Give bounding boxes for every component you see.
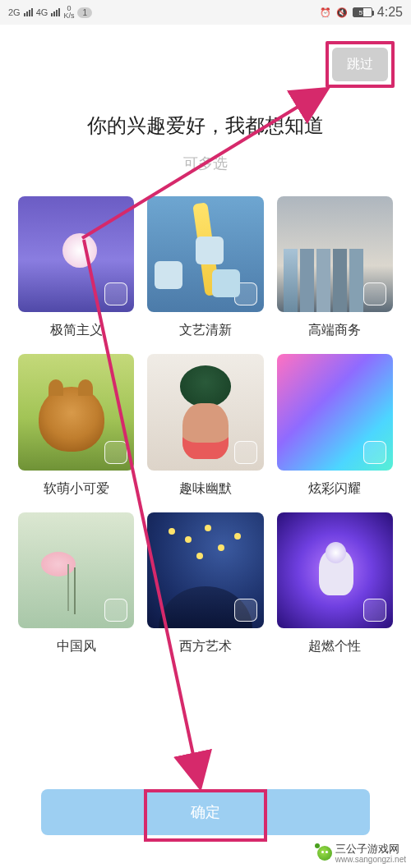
- card-label: 极简主义: [18, 322, 134, 339]
- alarm-icon: ⏰: [320, 7, 331, 18]
- interest-card-business[interactable]: 高端商务: [277, 196, 393, 339]
- network-2g-label: 2G: [8, 7, 21, 17]
- interest-card-western[interactable]: 西方艺术: [147, 512, 263, 655]
- watermark-brand: 三公子游戏网: [335, 843, 406, 855]
- thumbnail-fun: [147, 354, 263, 470]
- checkbox-icon[interactable]: [104, 441, 127, 464]
- card-label: 炫彩闪耀: [277, 480, 393, 498]
- network-4g-label: 4G: [36, 7, 48, 17]
- signal-bars-icon: [51, 8, 60, 16]
- card-label: 文艺清新: [147, 322, 263, 339]
- thumbnail-chinese: [18, 512, 134, 628]
- card-label: 西方艺术: [147, 638, 263, 655]
- card-label: 中国风: [18, 638, 134, 655]
- interest-card-colorful[interactable]: 炫彩闪耀: [277, 354, 393, 497]
- status-bar: 2G 4G 0 K/s 1 ⏰ 🔇 57 4:25: [0, 0, 411, 25]
- interest-card-fresh[interactable]: 文艺清新: [147, 196, 263, 339]
- page-subtitle: 可多选: [0, 154, 411, 173]
- card-label: 软萌小可爱: [18, 480, 134, 498]
- thumbnail-business: [277, 196, 393, 312]
- interest-card-chinese[interactable]: 中国风: [18, 512, 134, 655]
- thumbnail-colorful: [277, 354, 393, 470]
- annotation-highlight-skip: 跳过: [326, 41, 395, 88]
- bottom-bar: 确定: [0, 789, 411, 835]
- speed-unit: K/s: [63, 12, 74, 20]
- thumbnail-cute: [18, 354, 134, 470]
- skip-button[interactable]: 跳过: [332, 48, 388, 81]
- card-label: 超燃个性: [277, 638, 393, 655]
- interest-card-cute[interactable]: 软萌小可爱: [18, 354, 134, 497]
- watermark-logo-icon: [317, 846, 332, 861]
- checkbox-icon[interactable]: [104, 599, 127, 622]
- card-label: 高端商务: [277, 322, 393, 339]
- checkbox-icon[interactable]: [234, 599, 257, 622]
- battery-percent: 57: [353, 9, 372, 16]
- status-right: ⏰ 🔇 57 4:25: [320, 5, 403, 20]
- confirm-button[interactable]: 确定: [41, 789, 370, 835]
- checkbox-icon[interactable]: [363, 282, 386, 305]
- thumbnail-fresh: [147, 196, 263, 312]
- interest-grid: 极简主义 文艺清新 高端商务 软萌小可爱 趣味幽默 炫彩闪耀 中国风 西方艺术 …: [0, 173, 411, 655]
- checkbox-icon[interactable]: [363, 599, 386, 622]
- watermark-url: www.sangongzi.net: [335, 855, 406, 864]
- mute-icon: 🔇: [336, 7, 348, 18]
- thumbnail-minimal: [18, 196, 134, 312]
- checkbox-icon[interactable]: [234, 441, 257, 464]
- card-label: 趣味幽默: [147, 480, 263, 498]
- battery-icon: 57: [353, 7, 372, 17]
- thumbnail-space: [277, 512, 393, 628]
- checkbox-icon[interactable]: [234, 282, 257, 305]
- sim-badge: 1: [77, 7, 92, 18]
- interest-card-fun[interactable]: 趣味幽默: [147, 354, 263, 497]
- checkbox-icon[interactable]: [363, 441, 386, 464]
- page-title: 你的兴趣爱好，我都想知道: [0, 113, 411, 139]
- signal-bars-icon: [24, 8, 33, 16]
- clock-time: 4:25: [377, 5, 403, 20]
- thumbnail-western: [147, 512, 263, 628]
- watermark: 三公子游戏网 www.sangongzi.net: [316, 843, 408, 865]
- interest-card-space[interactable]: 超燃个性: [277, 512, 393, 655]
- interest-card-minimal[interactable]: 极简主义: [18, 196, 134, 339]
- checkbox-icon[interactable]: [104, 282, 127, 305]
- status-left: 2G 4G 0 K/s 1: [8, 5, 92, 20]
